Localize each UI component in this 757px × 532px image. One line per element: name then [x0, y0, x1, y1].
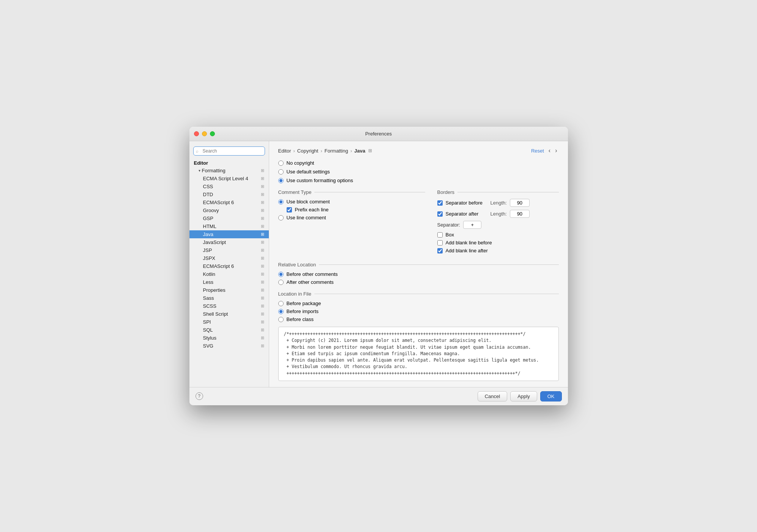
- prefix-each-line-checkbox[interactable]: [287, 207, 292, 212]
- sidebar-item-gsp-label: GSP: [203, 216, 213, 221]
- page-icon-0: ⊞: [261, 176, 264, 181]
- sidebar-item-formatting[interactable]: ▾ Formatting ⊞: [189, 167, 269, 175]
- minimize-button[interactable]: [202, 131, 207, 136]
- sidebar-item-less[interactable]: Less ⊞: [189, 278, 269, 286]
- page-icon-3: ⊞: [261, 200, 264, 205]
- after-other-option[interactable]: After other comments: [278, 279, 559, 285]
- blank-before-checkbox[interactable]: [437, 240, 443, 246]
- sidebar-item-javascript[interactable]: JavaScript ⊞: [189, 238, 269, 246]
- before-package-label: Before package: [287, 301, 321, 306]
- apply-button[interactable]: Apply: [510, 391, 537, 401]
- sidebar-item-sql-label: SQL: [203, 327, 213, 333]
- search-input[interactable]: [193, 146, 265, 156]
- blank-before-row: Add blank line before: [437, 240, 559, 246]
- sidebar: ⌕ Editor ▾ Formatting ⊞ ECMA Script Leve…: [189, 141, 269, 387]
- before-package-option[interactable]: Before package: [278, 301, 559, 306]
- before-imports-option[interactable]: Before imports: [278, 308, 559, 314]
- sidebar-item-css[interactable]: CSS ⊞: [189, 183, 269, 190]
- separator-before-checkbox[interactable]: [437, 200, 443, 206]
- sidebar-item-jspx[interactable]: JSPX ⊞: [189, 254, 269, 262]
- sidebar-item-html[interactable]: HTML ⊞: [189, 222, 269, 230]
- before-other-option[interactable]: Before other comments: [278, 271, 559, 277]
- blank-after-checkbox[interactable]: [437, 248, 443, 253]
- page-icon-4: ⊞: [261, 208, 264, 213]
- sidebar-item-java-label: Java: [203, 231, 213, 237]
- sidebar-item-css-label: CSS: [203, 184, 213, 189]
- before-package-radio[interactable]: [278, 301, 284, 306]
- sidebar-item-svg[interactable]: SVG ⊞: [189, 342, 269, 350]
- cancel-button[interactable]: Cancel: [478, 391, 507, 401]
- block-comment-option[interactable]: Use block comment: [278, 199, 425, 205]
- sidebar-item-ecma4[interactable]: ECMA Script Level 4 ⊞: [189, 175, 269, 183]
- separator-before-length-input[interactable]: [510, 199, 530, 207]
- no-copyright-radio[interactable]: [278, 161, 284, 166]
- line-comment-radio[interactable]: [278, 215, 284, 220]
- comment-options: Use block comment Prefix each line Use l…: [278, 199, 425, 220]
- sidebar-item-kotlin[interactable]: Kotlin ⊞: [189, 270, 269, 278]
- sidebar-item-ecmascript6-2[interactable]: ECMAScript 6 ⊞: [189, 262, 269, 270]
- separator-after-row: Separator after Length:: [437, 210, 559, 218]
- ok-button[interactable]: OK: [540, 391, 562, 401]
- sidebar-item-spi[interactable]: SPI ⊞: [189, 318, 269, 326]
- forward-button[interactable]: ›: [554, 147, 558, 154]
- sidebar-item-ecmascript6-1[interactable]: ECMAScript 6 ⊞: [189, 198, 269, 206]
- box-checkbox[interactable]: [437, 232, 443, 238]
- location-in-file-panel: Location in File Before package Before i…: [278, 291, 559, 322]
- separator-after-length-label: Length:: [490, 211, 507, 217]
- sidebar-item-jsp[interactable]: JSP ⊞: [189, 246, 269, 254]
- reset-button[interactable]: Reset: [531, 148, 544, 154]
- separator-after-label: Separator after: [446, 211, 487, 217]
- sidebar-item-sass[interactable]: Sass ⊞: [189, 294, 269, 302]
- sidebar-item-shell[interactable]: Shell Script ⊞: [189, 310, 269, 318]
- comment-type-title: Comment Type: [278, 189, 425, 195]
- before-imports-radio[interactable]: [278, 309, 284, 314]
- before-imports-label: Before imports: [287, 308, 319, 314]
- box-label: Box: [446, 232, 454, 238]
- no-copyright-option[interactable]: No copyright: [278, 160, 559, 166]
- sidebar-item-sql[interactable]: SQL ⊞: [189, 326, 269, 334]
- sidebar-item-gsp[interactable]: GSP ⊞: [189, 214, 269, 222]
- preview-box: /*++++++++++++++++++++++++++++++++++++++…: [278, 327, 559, 381]
- before-other-radio[interactable]: [278, 272, 284, 277]
- close-button[interactable]: [194, 131, 199, 136]
- help-button[interactable]: ?: [196, 392, 203, 400]
- sidebar-item-spi-label: SPI: [203, 319, 211, 325]
- sidebar-item-dtd[interactable]: DTD ⊞: [189, 190, 269, 198]
- sidebar-item-groovy[interactable]: Groovy ⊞: [189, 206, 269, 214]
- sidebar-item-properties[interactable]: Properties ⊞: [189, 286, 269, 294]
- breadcrumb-sep-2: ›: [320, 148, 322, 154]
- back-button[interactable]: ‹: [547, 147, 552, 154]
- use-custom-option[interactable]: Use custom formatting options: [278, 178, 559, 183]
- content-area: ⌕ Editor ▾ Formatting ⊞ ECMA Script Leve…: [189, 141, 568, 387]
- prefix-each-line-option[interactable]: Prefix each line: [287, 207, 425, 212]
- search-container: ⌕: [189, 144, 269, 159]
- page-icon-7: ⊞: [261, 232, 264, 237]
- borders-panel: Borders Separator before Length: Separat…: [437, 189, 559, 256]
- sidebar-item-java[interactable]: Java ⊞: [189, 230, 269, 238]
- breadcrumb: Editor › Copyright › Formatting › Java ⊞…: [278, 147, 559, 154]
- sidebar-item-shell-label: Shell Script: [203, 311, 228, 317]
- main-panel: Editor › Copyright › Formatting › Java ⊞…: [269, 141, 568, 387]
- maximize-button[interactable]: [210, 131, 215, 136]
- sidebar-item-properties-label: Properties: [203, 287, 226, 293]
- sidebar-item-scss[interactable]: SCSS ⊞: [189, 302, 269, 310]
- separator-char-input[interactable]: [463, 221, 481, 229]
- before-class-radio[interactable]: [278, 317, 284, 322]
- before-other-label: Before other comments: [287, 271, 338, 277]
- block-comment-radio[interactable]: [278, 199, 284, 205]
- separator-before-row: Separator before Length:: [437, 199, 559, 207]
- separator-after-checkbox[interactable]: [437, 211, 443, 217]
- sidebar-item-sass-label: Sass: [203, 295, 214, 301]
- blank-before-label: Add blank line before: [446, 240, 492, 246]
- page-icon-21: ⊞: [261, 343, 264, 348]
- after-other-radio[interactable]: [278, 280, 284, 285]
- use-default-option[interactable]: Use default settings: [278, 169, 559, 175]
- sidebar-item-stylus[interactable]: Stylus ⊞: [189, 334, 269, 342]
- before-class-option[interactable]: Before class: [278, 316, 559, 322]
- separator-after-length-input[interactable]: [510, 210, 530, 218]
- line-comment-option[interactable]: Use line comment: [278, 215, 425, 220]
- page-icon-16: ⊞: [261, 304, 264, 308]
- use-default-radio[interactable]: [278, 169, 284, 175]
- footer: ? Cancel Apply OK: [189, 387, 568, 405]
- use-custom-radio[interactable]: [278, 178, 284, 183]
